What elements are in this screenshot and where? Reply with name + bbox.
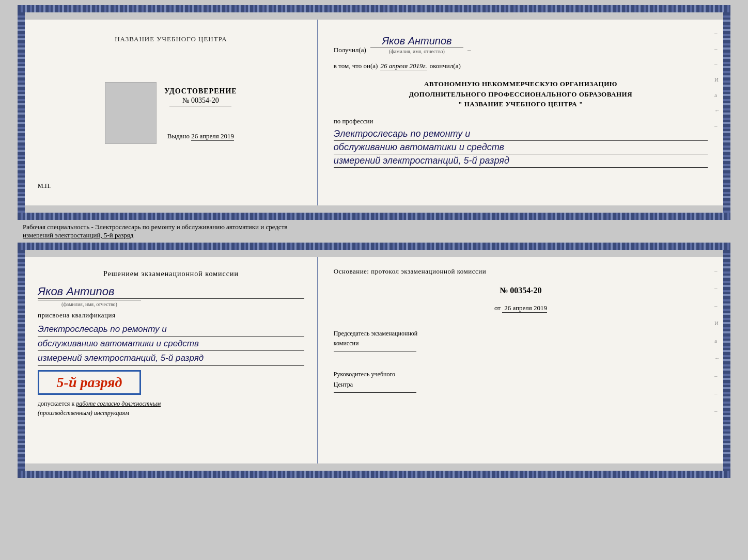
- bottom-certificate-wrapper: Решением экзаменационной комиссии Яков А…: [18, 243, 730, 478]
- deco-b9: –: [714, 408, 720, 414]
- bottom-cert-content: Решением экзаменационной комиссии Яков А…: [25, 257, 723, 463]
- po-professii-label: по профессии: [334, 117, 708, 125]
- photo-placeholder: [105, 82, 157, 144]
- middle-text-line2: измерений электростанций, 5-й разряд: [23, 231, 725, 239]
- mp-label: М.П.: [38, 182, 51, 190]
- certificate-number: № 00354-20: [169, 97, 231, 106]
- deco-b3: –: [714, 302, 720, 309]
- deco-1: –: [714, 30, 720, 36]
- protocol-date: от 26 апреля 2019: [334, 304, 708, 312]
- v-tom-prefix: в том, что он(а): [334, 62, 378, 70]
- vydano-label: Выдано: [167, 132, 190, 140]
- middle-text-block: Рабочая специальность - Электрослесарь п…: [18, 220, 730, 243]
- deco-2: –: [714, 45, 720, 52]
- dopuskaetsya-italic2: (производственным) инструкциям: [38, 409, 129, 417]
- predsedatel-signature-line: [334, 351, 416, 351]
- ot-date: 26 апреля 2019: [502, 304, 547, 313]
- razryad-box: 5-й разряд: [38, 370, 141, 395]
- prisvoena-text: присвоена квалификация: [38, 311, 304, 319]
- recipient-line: Получил(а) Яков Антипов (фамилия, имя, о…: [334, 35, 708, 54]
- komissia-label: комиссии: [334, 339, 708, 348]
- rukovoditel-label: Руководитель учебного: [334, 370, 708, 379]
- fio-label-top: (фамилия, имя, отчество): [370, 47, 463, 54]
- vydano-block: Выдано 26 апреля 2019: [164, 132, 237, 140]
- kvalif-line3: измерений электростанций, 5-й разряд: [38, 351, 304, 365]
- bottom-border-bottom: [18, 471, 730, 478]
- deco-b8: –: [714, 390, 720, 396]
- udostoverenie-block: УДОСТОВЕРЕНИЕ № 00354-20 Выдано 26 апрел…: [164, 87, 237, 140]
- profession-block: по профессии Электрослесарь по ремонту и…: [334, 117, 708, 168]
- protocol-number: № 00354-20: [334, 286, 708, 295]
- dash-sep: –: [467, 46, 471, 54]
- middle-text-line1: Рабочая специальность - Электрослесарь п…: [23, 223, 725, 231]
- profession-line3: измерений электростанций, 5-й разряд: [334, 154, 708, 168]
- predsedatel-block: Председатель экзаменационной комиссии: [334, 329, 708, 353]
- kvalif-line1: Электрослесарь по ремонту и: [38, 322, 304, 337]
- deco-3: –: [714, 61, 720, 67]
- deco-6: ←: [714, 107, 720, 114]
- training-center-title: НАЗВАНИЕ УЧЕБНОГО ЦЕНТРА: [115, 35, 227, 43]
- person-name-bottom: Яков Антипов: [38, 285, 304, 299]
- kvalif-line2: обслуживанию автоматики и средств: [38, 337, 304, 351]
- fio-label-bottom: (фамилия, имя, отчество): [38, 300, 141, 307]
- right-border-top: [723, 12, 730, 213]
- rukovoditel-signature-line: [334, 392, 416, 393]
- komissia-title: Решением экзаменационной комиссии: [38, 270, 304, 278]
- org-line1: АВТОНОМНУЮ НЕКОММЕРЧЕСКУЮ ОРГАНИЗАЦИЮ: [334, 79, 708, 89]
- dopuskaetsya-prefix: допускается к: [38, 400, 74, 407]
- deco-b6: ←: [714, 355, 720, 361]
- kvalif-block: Электрослесарь по ремонту и обслуживанию…: [38, 322, 304, 366]
- top-cert-right: – – – И а ← – Получил(а) Яков Антипов (ф…: [318, 20, 723, 205]
- deco-b5: а: [714, 338, 720, 344]
- top-border-bottom: [18, 243, 730, 250]
- profession-line1: Электрослесарь по ремонту и: [334, 127, 708, 141]
- rukovoditel-block: Руководитель учебного Центра: [334, 370, 708, 394]
- dopuskaetsya-italic: работе согласно должностным: [76, 400, 161, 407]
- tsentra-label: Центра: [334, 380, 708, 390]
- org-line3: " НАЗВАНИЕ УЧЕБНОГО ЦЕНТРА ": [334, 99, 708, 109]
- deco-b7: –: [714, 373, 720, 379]
- razryad-text: 5-й разряд: [47, 374, 132, 391]
- vydano-date: 26 апреля 2019: [191, 132, 234, 141]
- okonchil-label: окончил(а): [430, 62, 461, 70]
- bottom-cert-right: – – – И а ← – – – Основание: протокол эк…: [318, 257, 723, 463]
- dopuskaetsya-block: допускается к работе согласно должностны…: [38, 399, 304, 418]
- top-certificate-wrapper: НАЗВАНИЕ УЧЕБНОГО ЦЕНТРА УДОСТОВЕРЕНИЕ №…: [18, 5, 730, 220]
- v-tom-line: в том, что он(а) 26 апреля 2019г. окончи…: [334, 62, 708, 71]
- deco-b2: –: [714, 285, 720, 291]
- top-cert-left: НАЗВАНИЕ УЧЕБНОГО ЦЕНТРА УДОСТОВЕРЕНИЕ №…: [25, 20, 318, 205]
- predsedatel-label: Председатель экзаменационной: [334, 329, 708, 339]
- bottom-cert-left: Решением экзаменационной комиссии Яков А…: [25, 257, 318, 463]
- top-border: [18, 5, 730, 12]
- org-line2: ДОПОЛНИТЕЛЬНОГО ПРОФЕССИОНАЛЬНОГО ОБРАЗО…: [334, 89, 708, 100]
- deco-7: –: [714, 123, 720, 129]
- left-border: [18, 12, 25, 213]
- right-decorations-top: – – – И а ← –: [714, 30, 720, 129]
- right-border-bottom: [723, 250, 730, 471]
- recipient-name: Яков Антипов: [382, 35, 451, 47]
- deco-b4: И: [714, 320, 720, 326]
- ot-label: от: [494, 304, 501, 312]
- osnovaniye-text: Основание: протокол экзаменационной коми…: [334, 267, 708, 276]
- deco-4: И: [714, 76, 720, 83]
- org-block: АВТОНОМНУЮ НЕКОММЕРЧЕСКУЮ ОРГАНИЗАЦИЮ ДО…: [334, 79, 708, 109]
- deco-5: а: [714, 92, 720, 98]
- udostoverenie-label: УДОСТОВЕРЕНИЕ: [164, 87, 237, 95]
- profession-line2: обслуживанию автоматики и средств: [334, 141, 708, 154]
- deco-b1: –: [714, 267, 720, 274]
- poluchil-label: Получил(а): [334, 46, 366, 54]
- bottom-border-top: [18, 213, 730, 220]
- right-decorations-bottom: – – – И а ← – – –: [714, 267, 720, 414]
- v-tom-date: 26 апреля 2019г.: [380, 62, 427, 71]
- left-border-bottom: [18, 250, 25, 471]
- top-cert-content: НАЗВАНИЕ УЧЕБНОГО ЦЕНТРА УДОСТОВЕРЕНИЕ №…: [25, 20, 723, 205]
